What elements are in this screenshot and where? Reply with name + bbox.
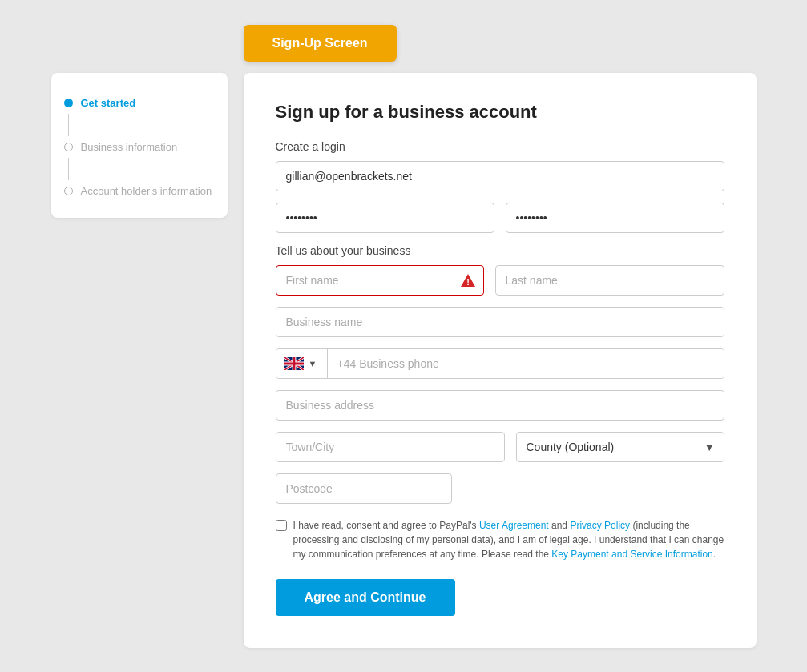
- town-city-field[interactable]: [276, 432, 505, 462]
- first-name-field[interactable]: [276, 265, 484, 296]
- postcode-section: [276, 473, 724, 504]
- password-row: [276, 203, 724, 233]
- last-name-field[interactable]: [495, 265, 724, 296]
- error-icon: !: [460, 272, 476, 288]
- first-name-wrapper: !: [276, 265, 484, 296]
- consent-section: I have read, consent and agree to PayPal…: [276, 518, 724, 561]
- signup-screen-button[interactable]: Sign-Up Screen: [244, 25, 397, 62]
- business-name-field[interactable]: [276, 307, 724, 337]
- postcode-field[interactable]: [276, 473, 452, 504]
- page-title: Sign up for a business account: [276, 102, 724, 123]
- county-select[interactable]: County (Optional) Bedfordshire Berkshire…: [516, 432, 724, 462]
- consent-checkbox-row: I have read, consent and agree to PayPal…: [276, 518, 724, 561]
- sidebar-connector-2: [68, 158, 70, 180]
- sidebar-connector: [68, 114, 70, 136]
- sidebar-nav: Get started Business information: [64, 89, 215, 197]
- county-wrapper: County (Optional) Bedfordshire Berkshire…: [516, 432, 724, 462]
- create-login-label: Create a login: [276, 140, 724, 153]
- name-row: !: [276, 265, 724, 296]
- main-form: Sign up for a business account Create a …: [244, 73, 757, 648]
- business-phone-section: ▼: [276, 348, 724, 379]
- sidebar-label-account-holders: Account holder's information: [81, 185, 212, 197]
- consent-text-between: and: [549, 520, 571, 531]
- sidebar-item-account-holders[interactable]: Account holder's information: [64, 185, 215, 197]
- inactive-dot-icon-2: [64, 187, 73, 195]
- create-login-section: Create a login: [276, 140, 724, 191]
- consent-text-end: .: [713, 549, 716, 560]
- phone-country-selector[interactable]: ▼: [276, 349, 328, 378]
- sidebar-label-business-information: Business information: [81, 141, 178, 153]
- email-field[interactable]: [276, 161, 724, 191]
- business-phone-field[interactable]: [328, 349, 724, 378]
- consent-text-before-ua: I have read, consent and agree to PayPal…: [293, 520, 479, 531]
- inactive-dot-icon: [64, 143, 73, 151]
- business-address-section: [276, 390, 724, 421]
- key-payment-link[interactable]: Key Payment and Service Information: [551, 549, 712, 560]
- password-field[interactable]: [276, 203, 494, 233]
- consent-checkbox[interactable]: [276, 520, 287, 531]
- phone-row: ▼: [276, 348, 724, 379]
- active-dot-icon: [64, 99, 73, 107]
- svg-text:!: !: [466, 277, 470, 287]
- sidebar-label-get-started: Get started: [81, 97, 136, 109]
- privacy-policy-link[interactable]: Privacy Policy: [570, 520, 630, 531]
- user-agreement-link[interactable]: User Agreement: [479, 520, 549, 531]
- consent-text: I have read, consent and agree to PayPal…: [293, 518, 724, 561]
- agree-continue-button[interactable]: Agree and Continue: [276, 579, 455, 616]
- sidebar: Get started Business information: [51, 73, 228, 218]
- tell-us-label: Tell us about your business: [276, 244, 724, 257]
- uk-flag-icon: [284, 357, 304, 370]
- password-confirm-field[interactable]: [506, 203, 724, 233]
- sidebar-item-business-information[interactable]: Business information: [64, 141, 215, 153]
- sidebar-item-get-started[interactable]: Get started: [64, 97, 215, 109]
- business-name-section: [276, 307, 724, 337]
- business-address-field[interactable]: [276, 390, 724, 421]
- town-county-row: County (Optional) Bedfordshire Berkshire…: [276, 432, 724, 462]
- chevron-down-icon: ▼: [309, 359, 317, 368]
